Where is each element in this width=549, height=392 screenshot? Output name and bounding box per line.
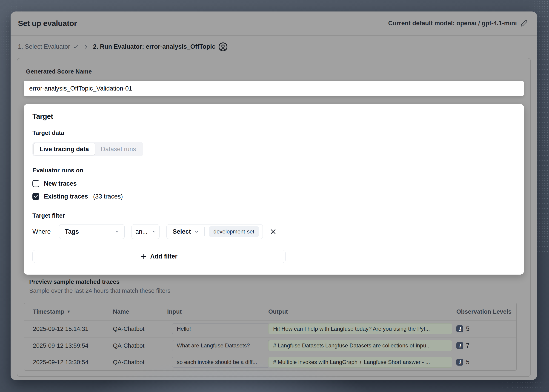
observation-level-count: 7 [466, 342, 470, 349]
chevron-right-icon [83, 44, 89, 50]
checkbox-checked-icon[interactable] [32, 193, 39, 200]
evaluator-runs-on-label: Evaluator runs on [32, 167, 515, 174]
tab-live-tracing-data[interactable]: Live tracing data [34, 143, 95, 155]
preview-section: Preview sample matched traces Sample ove… [24, 278, 524, 371]
modal-header: Set up evaluator Current default model: … [11, 12, 537, 36]
checkbox-unchecked-icon[interactable] [32, 180, 39, 187]
add-filter-button[interactable]: Add filter [32, 250, 285, 263]
filter-column-select[interactable]: Tags [59, 224, 125, 239]
cell-observation-levels: i 5 [456, 359, 516, 366]
cell-observation-levels: i 7 [456, 342, 516, 349]
sort-desc-icon: ▼ [67, 309, 71, 314]
cell-timestamp: 2025-09-12 15:14:31 [24, 325, 105, 332]
new-traces-label: New traces [44, 180, 77, 187]
filter-value-placeholder: Select [173, 228, 191, 235]
divider [204, 227, 205, 236]
chevron-down-icon [152, 229, 157, 234]
cell-timestamp: 2025-09-12 13:59:54 [24, 342, 105, 349]
filter-value-select[interactable]: Select development-set [166, 224, 263, 239]
tab-dataset-runs[interactable]: Dataset runs [95, 143, 142, 155]
existing-traces-label: Existing traces [44, 193, 88, 200]
score-name-input[interactable] [24, 81, 524, 96]
plus-icon [141, 253, 147, 260]
default-model-label: Current default model: openai / gpt-4.1-… [388, 20, 517, 27]
preview-title: Preview sample matched traces [29, 278, 524, 285]
filter-column-value: Tags [65, 228, 79, 235]
filter-row: Where Tags an... Select development-set [32, 224, 515, 239]
cell-timestamp: 2025-09-12 13:30:54 [24, 359, 105, 366]
input-preview-pill: What are Langfuse Datasets? [172, 340, 270, 351]
observation-level-count: 5 [466, 325, 470, 332]
target-card: Target Target data Live tracing data Dat… [24, 104, 524, 275]
breadcrumb-step-1-label: 1. Select Evaluator [18, 43, 70, 50]
existing-traces-count: (33 traces) [93, 193, 123, 200]
add-filter-label: Add filter [150, 253, 178, 260]
cell-name: QA-Chatbot [105, 325, 160, 332]
existing-traces-checkbox-row[interactable]: Existing traces (33 traces) [32, 191, 515, 202]
output-preview-pill: # Langfuse Datasets Langfuse Datasets ar… [268, 340, 452, 351]
input-preview-pill: Hello! [172, 323, 270, 334]
output-preview-pill: Hi! How can I help with Langfuse today? … [268, 323, 452, 334]
page-background: Set up evaluator Current default model: … [0, 0, 549, 392]
table-row: 2025-09-12 15:14:31 QA-Chatbot Hello! Hi… [24, 321, 516, 337]
column-header-output: Output [268, 308, 456, 315]
cell-observation-levels: i 5 [456, 325, 516, 332]
setup-evaluator-modal: Set up evaluator Current default model: … [11, 12, 537, 380]
breadcrumb-step-2-label: 2. Run Evaluator: error-analysis_OffTopi… [93, 43, 215, 50]
breadcrumb-step-run-evaluator: 2. Run Evaluator: error-analysis_OffTopi… [93, 42, 228, 52]
info-icon: i [456, 325, 463, 332]
output-preview-pill: # Multiple invokes with LangGraph + Lang… [268, 357, 452, 368]
info-icon: i [456, 342, 463, 349]
table-header-row: Timestamp ▼ Name Input Output Observatio… [24, 303, 516, 321]
breadcrumb-step-select-evaluator[interactable]: 1. Select Evaluator [18, 43, 79, 50]
preview-table: Timestamp ▼ Name Input Output Observatio… [24, 303, 517, 371]
chevron-down-icon [194, 229, 199, 234]
table-row: 2025-09-12 13:30:54 QA-Chatbot so each i… [24, 354, 516, 370]
observation-level-count: 5 [466, 359, 470, 366]
preview-subtitle: Sample over the last 24 hours that match… [29, 287, 524, 294]
check-icon [73, 44, 79, 50]
chevron-down-icon [114, 229, 120, 234]
filter-operator-select[interactable]: an... [131, 224, 160, 239]
cell-name: QA-Chatbot [105, 342, 160, 349]
user-circle-icon [218, 42, 228, 52]
default-model-info: Current default model: openai / gpt-4.1-… [388, 20, 528, 27]
column-header-observation-levels: Observation Levels [456, 308, 516, 315]
target-data-label: Target data [32, 129, 515, 136]
page-title: Set up evaluator [18, 19, 77, 28]
column-header-timestamp[interactable]: Timestamp ▼ [24, 308, 105, 315]
filter-value-badge: development-set [209, 226, 259, 237]
cell-name: QA-Chatbot [105, 359, 160, 366]
column-header-input: Input [160, 308, 268, 315]
edit-pencil-icon[interactable] [520, 20, 528, 27]
new-traces-checkbox-row[interactable]: New traces [32, 179, 515, 189]
close-icon [270, 228, 277, 235]
run-evaluator-panel: Generated Score Name Target Target data … [17, 58, 531, 377]
filter-where-label: Where [32, 228, 56, 235]
remove-filter-button[interactable] [270, 228, 277, 235]
score-name-label: Generated Score Name [26, 68, 524, 75]
target-title: Target [32, 112, 515, 121]
target-filter-label: Target filter [32, 212, 515, 219]
input-preview-pill: so each invoke should be a diff... [172, 357, 270, 368]
table-row: 2025-09-12 13:59:54 QA-Chatbot What are … [24, 337, 516, 354]
target-data-tabs: Live tracing data Dataset runs [32, 142, 143, 156]
filter-operator-value: an... [135, 228, 148, 235]
breadcrumb: 1. Select Evaluator 2. Run Evaluator: er… [11, 36, 537, 58]
column-header-name: Name [105, 308, 160, 315]
info-icon: i [456, 359, 463, 366]
